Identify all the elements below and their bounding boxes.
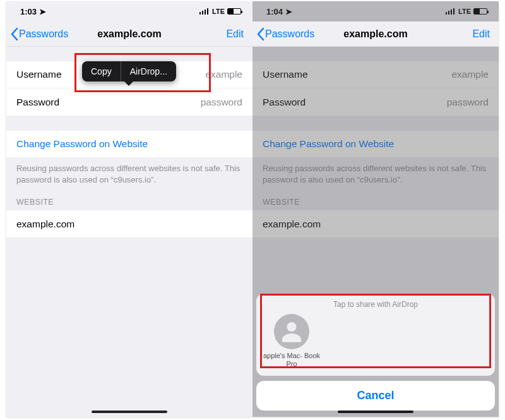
password-value: password	[201, 97, 242, 108]
airdrop-contact[interactable]: apple's Mac- Book Pro	[263, 314, 321, 368]
status-carrier: LTE	[212, 8, 225, 15]
airdrop-contact-name: apple's Mac- Book Pro	[263, 352, 321, 368]
password-value: password	[447, 97, 489, 108]
menu-airdrop[interactable]: AirDrop...	[121, 61, 176, 81]
dual-screenshot-wrap: 1:03➤ LTE Passwords example.com Edit Use…	[6, 1, 499, 417]
airdrop-hint: Tap to share with AirDrop	[263, 299, 489, 314]
nav-bar: Passwords example.com Edit	[252, 21, 499, 47]
username-label: Username	[263, 69, 308, 80]
signal-icon	[446, 8, 455, 15]
page-title: example.com	[343, 28, 407, 40]
context-menu: Copy AirDrop...	[82, 61, 176, 81]
avatar-icon	[274, 314, 309, 349]
chevron-left-icon	[256, 28, 265, 40]
battery-icon	[227, 8, 241, 15]
website-value: example.com	[263, 219, 321, 230]
signal-icon	[199, 8, 209, 15]
edit-button[interactable]: Edit	[472, 28, 490, 40]
password-row[interactable]: Password password	[252, 88, 499, 116]
back-button[interactable]: Passwords	[256, 21, 314, 46]
location-icon: ➤	[39, 7, 46, 16]
menu-copy[interactable]: Copy	[82, 61, 121, 81]
password-label: Password	[263, 97, 306, 108]
status-time: 1:03	[20, 7, 37, 16]
username-value: example	[205, 69, 242, 80]
change-group: Change Password on Website Reusing passw…	[6, 130, 252, 238]
username-label: Username	[16, 69, 62, 80]
status-bar: 1:03➤ LTE	[6, 1, 252, 21]
website-section-header: WEBSITE	[252, 189, 499, 210]
phone-right: 1:04➤ LTE Passwords example.com Edit Use…	[252, 1, 499, 417]
website-row[interactable]: example.com	[252, 210, 499, 238]
home-indicator[interactable]	[92, 411, 167, 413]
phone-left: 1:03➤ LTE Passwords example.com Edit Use…	[6, 1, 252, 417]
credentials-group: Username example Password password	[252, 61, 499, 116]
status-time: 1:04	[266, 7, 283, 16]
username-row[interactable]: Username example	[252, 61, 499, 88]
password-label: Password	[16, 97, 59, 108]
airdrop-sheet: Tap to share with AirDrop apple's Mac- B…	[256, 294, 495, 411]
password-row[interactable]: Password password	[6, 88, 252, 116]
chevron-left-icon	[10, 28, 19, 40]
change-password-label: Change Password on Website	[263, 138, 394, 150]
back-label: Passwords	[19, 28, 68, 40]
website-section-header: WEBSITE	[6, 189, 252, 210]
back-label: Passwords	[265, 28, 314, 40]
airdrop-panel: Tap to share with AirDrop apple's Mac- B…	[256, 294, 495, 376]
change-password-link[interactable]: Change Password on Website	[252, 130, 499, 158]
nav-bar: Passwords example.com Edit	[6, 21, 252, 47]
page-title: example.com	[97, 28, 161, 40]
change-group: Change Password on Website Reusing passw…	[252, 130, 499, 238]
battery-icon	[473, 8, 487, 15]
reuse-warning: Reusing passwords across different websi…	[252, 158, 499, 189]
website-row[interactable]: example.com	[6, 210, 252, 238]
website-value: example.com	[16, 219, 74, 230]
change-password-label: Change Password on Website	[16, 138, 148, 150]
reuse-warning: Reusing passwords across different websi…	[6, 158, 252, 189]
edit-button[interactable]: Edit	[226, 28, 244, 40]
status-bar: 1:04➤ LTE	[252, 1, 499, 21]
status-carrier: LTE	[458, 8, 471, 15]
username-value: example	[451, 69, 489, 80]
back-button[interactable]: Passwords	[10, 21, 68, 46]
location-icon: ➤	[285, 7, 292, 16]
change-password-link[interactable]: Change Password on Website	[6, 130, 252, 158]
home-indicator[interactable]	[338, 411, 413, 413]
cancel-button[interactable]: Cancel	[256, 381, 495, 411]
